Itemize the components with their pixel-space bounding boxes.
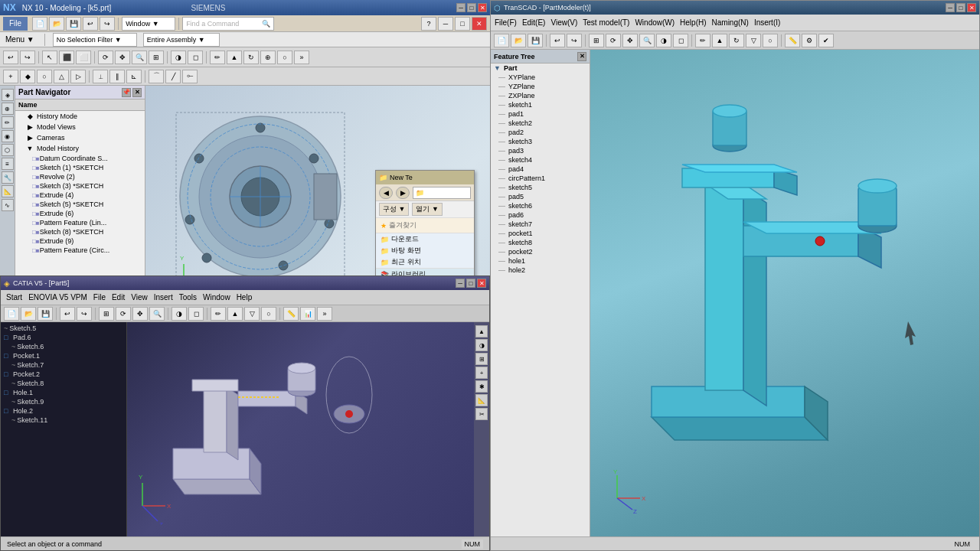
tb1-zoom[interactable]: 🔍 [132,51,147,64]
nx-selection-filter[interactable]: No Selection Filter ▼ [53,33,137,47]
catia-tb-pad[interactable]: ▲ [227,307,243,321]
sidebar-icon-6[interactable]: ≡ [2,158,14,170]
transcad-tree-close-btn[interactable]: ✕ [577,52,586,61]
ts-tb-fit[interactable]: ⊞ [589,34,604,47]
catia-tb-new[interactable]: 📄 [4,307,19,321]
ts-tb-rotate[interactable]: ⟳ [606,34,621,47]
float-compose-btn[interactable]: 구성 ▼ [379,203,409,216]
tree-item-extrude9[interactable]: □■ Extrude (9) [15,236,145,246]
catia-tree-sketch6[interactable]: ~ Sketch.6 [2,342,125,351]
catia-tb-measure[interactable]: 📏 [283,307,299,321]
tb2-dim2[interactable]: ∥ [109,70,125,83]
ts-tree-yzplane[interactable]: — YZPlane [491,82,590,91]
nav-close-btn[interactable]: ✕ [132,88,142,97]
sidebar-icon-1[interactable]: ◈ [2,89,14,101]
ts-tree-sketch2[interactable]: — sketch2 [491,119,590,128]
ts-tb-b4[interactable]: ▲ [712,34,727,47]
catia-tb-shade[interactable]: ◑ [172,307,187,321]
catia-tb-sketch[interactable]: ✏ [211,307,226,321]
tb2-snap1[interactable]: + [3,70,18,83]
ts-tree-xyplane[interactable]: — XYPlane [491,73,590,82]
tb2-snap4[interactable]: △ [54,70,69,83]
nx-open-btn[interactable]: 📂 [49,17,64,31]
nx-save-btn[interactable]: 💾 [66,17,81,31]
sidebar-icon-7[interactable]: 🔧 [2,171,14,184]
ts-tb-b2[interactable]: ◻ [673,34,688,47]
ts-tb-undo[interactable]: ↩ [550,34,565,47]
ts-tree-pad3[interactable]: — pad3 [491,146,590,155]
catia-tb-more[interactable]: » [317,307,332,321]
catia-tree-sketch8[interactable]: ~ Sketch.8 [2,379,125,388]
nx-maximize-btn[interactable]: □ [467,3,476,12]
ts-tb-b1[interactable]: ◑ [656,34,671,47]
ts-menu-insert[interactable]: Insert(I) [752,18,782,28]
catia-rt-btn5[interactable]: ✱ [475,380,488,393]
ts-tree-pad5[interactable]: — pad5 [491,192,590,201]
sidebar-icon-5[interactable]: ⬡ [2,144,14,156]
nx-assembly-dropdown[interactable]: Entire Assembly ▼ [143,33,220,47]
catia-menu-view[interactable]: View [129,292,150,302]
ts-tb-b8[interactable]: 📏 [785,34,800,47]
catia-tb-hole[interactable]: ○ [261,307,276,321]
catia-menu-help[interactable]: Help [234,292,255,302]
tb2-curve3[interactable]: ⟜ [182,70,198,83]
nx-restore-btn[interactable]: □ [455,17,470,31]
tb2-dim1[interactable]: ⟂ [93,70,108,83]
catia-menu-edit[interactable]: Edit [109,292,127,302]
sidebar-icon-9[interactable]: ∿ [2,199,14,211]
catia-menu-start[interactable]: Start [4,292,24,302]
transcad-viewport[interactable]: X Y Z X Y Z [590,50,979,536]
float-back-btn[interactable]: ◀ [379,187,393,199]
float-recent-item[interactable]: 📁 최근 위치 [376,256,474,268]
ts-tree-sketch5[interactable]: — sketch5 [491,183,590,192]
ts-tree-hole1[interactable]: — hole1 [491,256,590,266]
sidebar-icon-8[interactable]: 📐 [2,185,14,197]
tb2-snap3[interactable]: ○ [37,70,52,83]
nx-menu-menu[interactable]: Menu ▼ [3,34,37,44]
ts-tb-pan[interactable]: ✥ [622,34,638,47]
catia-close-btn[interactable]: ✕ [477,279,486,288]
tree-item-cameras[interactable]: ▶ Cameras [15,132,145,143]
catia-rt-btn4[interactable]: + [475,367,488,379]
tb1-sketch[interactable]: ✏ [210,51,225,64]
transcad-close-btn[interactable]: ✕ [967,3,976,12]
ts-menu-window[interactable]: Window(W) [632,18,677,28]
tb1-btn2[interactable]: ↪ [20,51,35,64]
tree-item-revolve[interactable]: □■ Revolve (2) [15,172,145,181]
tb1-btn5[interactable]: ⬜ [76,51,91,64]
tree-item-extrude6[interactable]: □■ Extrude (6) [15,209,145,218]
ts-menu-naming[interactable]: Naming(N) [710,18,751,28]
tb1-wire[interactable]: ◻ [188,51,203,64]
nx-undo-btn[interactable]: ↩ [83,17,98,31]
tree-item-model-history[interactable]: ▼ Model History [15,143,145,154]
catia-tree-pocket1[interactable]: □ Pocket.1 [2,351,125,360]
catia-menu-file[interactable]: File [91,292,108,302]
ts-tb-b6[interactable]: ▽ [746,34,761,47]
sidebar-icon-3[interactable]: ✏ [2,116,14,129]
ts-tb-new[interactable]: 📄 [494,34,509,47]
tb2-snap5[interactable]: ▷ [70,70,86,83]
nx-cmd-search[interactable]: Find a Command 🔍 [182,17,274,31]
catia-menu-window[interactable]: Window [201,292,233,302]
ts-tree-sketch4[interactable]: — sketch4 [491,155,590,165]
catia-tree-sketch5[interactable]: ~ Sketch.5 [2,324,125,333]
nx-close-btn[interactable]: ✕ [478,3,487,12]
tree-item-pattern-circ[interactable]: □■ Pattern Feature (Circ... [15,246,145,255]
ts-menu-view[interactable]: View(V) [548,18,580,28]
tree-item-sketch8[interactable]: □■ Sketch (8) *SKETCH [15,227,145,236]
catia-tree-sketch7[interactable]: ~ Sketch.7 [2,360,125,370]
tb2-curve1[interactable]: ⌒ [149,70,164,83]
tb1-btn4[interactable]: ⬛ [59,51,74,64]
ts-tree-sketch1[interactable]: — sketch1 [491,100,590,109]
nx-file-button[interactable]: File [3,17,28,31]
ts-menu-test[interactable]: Test model(T) [580,18,632,28]
ts-tree-circpattern1[interactable]: — circPattern1 [491,174,590,183]
tb1-revolve[interactable]: ↻ [243,51,259,64]
catia-rt-btn6[interactable]: 📐 [475,394,488,406]
catia-tb-wire[interactable]: ◻ [188,307,204,321]
float-path-bar[interactable]: 📁 [413,187,471,199]
ts-tree-sketch8[interactable]: — sketch8 [491,238,590,247]
float-favorites-item[interactable]: ★ 즐겨찾기 [376,220,474,231]
ts-tb-open[interactable]: 📂 [511,34,526,47]
ts-tree-sketch6[interactable]: — sketch6 [491,201,590,210]
